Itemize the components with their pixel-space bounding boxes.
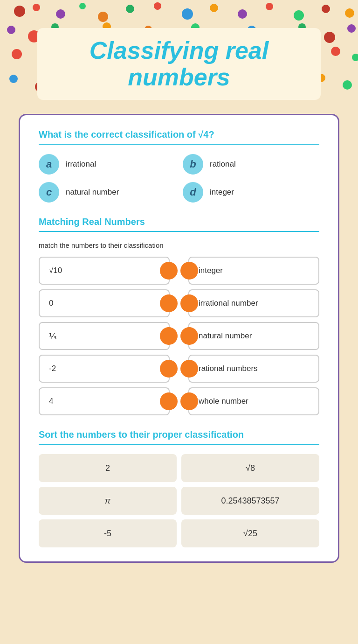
option-a-badge: a	[39, 154, 59, 175]
match-left-value: -2	[49, 364, 56, 373]
option-b-label: rational	[210, 160, 236, 169]
match-connector-dot-left	[180, 392, 198, 410]
match-left-box[interactable]: 0	[39, 289, 170, 317]
match-right-wrapper: rational numbers	[188, 355, 319, 383]
option-c-badge: c	[39, 182, 59, 203]
page-title: Classifying real numbers	[56, 37, 302, 91]
match-right-wrapper: integer	[188, 257, 319, 285]
match-connector-dot-left	[180, 294, 198, 312]
question-section: What is the correct classification of √4…	[39, 129, 319, 203]
matching-title: Matching Real Numbers	[39, 217, 319, 227]
sort-cell[interactable]: √8	[181, 454, 319, 482]
matching-section: Matching Real Numbers match the numbers …	[39, 217, 319, 415]
option-a[interactable]: a irrational	[39, 154, 175, 175]
sort-grid: 2√8π0.25438573557-5√25	[39, 454, 319, 547]
match-connector-dot-right	[160, 327, 178, 345]
match-right-wrapper: whole number	[188, 387, 319, 415]
match-connector-dot-left	[180, 262, 198, 280]
match-left-wrapper: 0	[39, 289, 170, 317]
matching-divider	[39, 231, 319, 232]
option-d-badge: d	[183, 182, 203, 203]
sort-section: Sort the numbers to their proper classif…	[39, 429, 319, 547]
match-connector-dot-left	[180, 327, 198, 345]
sort-cell[interactable]: 0.25438573557	[181, 487, 319, 515]
option-b-badge: b	[183, 154, 203, 175]
sort-title: Sort the numbers to their proper classif…	[39, 429, 319, 440]
match-connector-dot-right	[160, 360, 178, 378]
sort-cell[interactable]: 2	[39, 454, 177, 482]
title-box: Classifying real numbers	[37, 28, 321, 100]
match-right-box[interactable]: irrational number	[188, 289, 319, 317]
match-right-value: natural number	[199, 331, 252, 341]
options-grid: a irrational b rational c natural number…	[39, 154, 319, 203]
question-divider	[39, 144, 319, 145]
sort-cell[interactable]: -5	[39, 519, 177, 547]
match-right-wrapper: natural number	[188, 322, 319, 350]
match-connector-dot-right	[160, 262, 178, 280]
option-c[interactable]: c natural number	[39, 182, 175, 203]
match-right-box[interactable]: whole number	[188, 387, 319, 415]
match-left-box[interactable]: 4	[39, 387, 170, 415]
match-left-value: √10	[49, 266, 62, 275]
match-left-box[interactable]: ⅓	[39, 322, 170, 350]
match-left-wrapper: ⅓	[39, 322, 170, 350]
match-right-box[interactable]: integer	[188, 257, 319, 285]
sort-divider	[39, 444, 319, 445]
match-left-value: 0	[49, 299, 53, 308]
match-left-value: ⅓	[49, 331, 56, 341]
match-left-wrapper: 4	[39, 387, 170, 415]
match-left-value: 4	[49, 397, 53, 406]
match-left-box[interactable]: -2	[39, 355, 170, 383]
match-right-value: integer	[199, 266, 223, 275]
matching-grid: √10integer0irrational number⅓natural num…	[39, 257, 319, 415]
option-c-label: natural number	[66, 188, 119, 197]
match-left-box[interactable]: √10	[39, 257, 170, 285]
match-right-value: rational numbers	[199, 364, 258, 373]
question-title: What is the correct classification of √4…	[39, 129, 319, 140]
option-d-label: integer	[210, 188, 234, 197]
match-left-wrapper: √10	[39, 257, 170, 285]
match-connector-dot-left	[180, 360, 198, 378]
matching-instruction: match the numbers to their classificatio…	[39, 241, 319, 249]
option-b[interactable]: b rational	[183, 154, 319, 175]
match-right-wrapper: irrational number	[188, 289, 319, 317]
sort-cell[interactable]: π	[39, 487, 177, 515]
match-right-box[interactable]: natural number	[188, 322, 319, 350]
sort-cell[interactable]: √25	[181, 519, 319, 547]
match-connector-dot-right	[160, 392, 178, 410]
title-area: Classifying real numbers	[0, 0, 358, 114]
match-right-value: irrational number	[199, 299, 258, 308]
match-right-box[interactable]: rational numbers	[188, 355, 319, 383]
option-d[interactable]: d integer	[183, 182, 319, 203]
option-a-label: irrational	[66, 160, 96, 169]
content-card: What is the correct classification of √4…	[19, 114, 339, 563]
match-right-value: whole number	[199, 397, 248, 406]
match-left-wrapper: -2	[39, 355, 170, 383]
match-connector-dot-right	[160, 294, 178, 312]
